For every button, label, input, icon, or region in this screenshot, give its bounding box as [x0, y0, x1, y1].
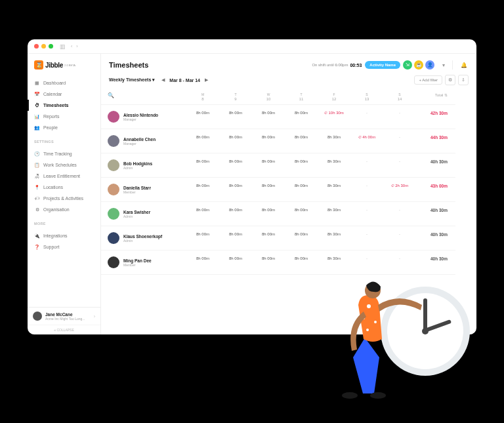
- current-user[interactable]: Jane McCane Acme Inc Might Too Long... ›: [28, 307, 100, 325]
- period-selector[interactable]: Weekly Timesheets ▾: [109, 77, 155, 83]
- maximize-window-button[interactable]: [49, 44, 53, 49]
- column-header[interactable]: S14: [383, 89, 416, 105]
- time-cell[interactable]: 8h 30m: [318, 251, 350, 275]
- time-cell[interactable]: 8h 30m: [318, 226, 350, 251]
- time-cell[interactable]: 8h 00m: [285, 153, 318, 178]
- date-range[interactable]: Mar 8 - Mar 14: [169, 78, 200, 83]
- brand[interactable]: ⌛ Jibble 2.0 BETA: [28, 54, 100, 75]
- time-cell[interactable]: 8h 00m: [285, 202, 318, 226]
- integrations-icon: 🔌: [34, 233, 40, 239]
- download-icon-button[interactable]: ⇩: [458, 75, 469, 85]
- time-cell[interactable]: 8h 00m: [186, 153, 219, 178]
- column-header[interactable]: W10: [252, 89, 285, 105]
- time-cell-overtime[interactable]: 10h 30m: [318, 105, 350, 129]
- time-cell[interactable]: 8h 00m: [219, 202, 252, 226]
- logo-icon: ⌛: [34, 60, 43, 70]
- time-cell[interactable]: 8h 00m: [252, 129, 285, 153]
- back-button[interactable]: ‹: [71, 44, 72, 49]
- time-cell[interactable]: 8h 00m: [219, 178, 252, 202]
- time-cell[interactable]: 8h 30m: [318, 153, 350, 178]
- time-cell[interactable]: 8h 00m: [285, 178, 318, 202]
- add-filter-button[interactable]: + Add filter: [414, 75, 442, 85]
- time-cell[interactable]: 8h 00m: [252, 105, 285, 129]
- time-cell[interactable]: 8h 00m: [252, 251, 285, 275]
- pin-icon: 📍: [34, 184, 40, 190]
- settings-icon-button[interactable]: ⚙: [445, 75, 455, 85]
- time-cell[interactable]: 8h 00m: [285, 226, 318, 251]
- member-role: Admin: [123, 214, 150, 218]
- status-chip-break[interactable]: ☕: [414, 60, 423, 70]
- sidebar-item-leave-entitlement[interactable]: 🏖Leave Entitlement: [28, 171, 100, 182]
- time-cell[interactable]: 8h 00m: [219, 105, 252, 129]
- time-cell[interactable]: 8h 00m: [219, 153, 252, 178]
- time-cell[interactable]: 8h 00m: [186, 202, 219, 226]
- time-cell[interactable]: 8h 00m: [186, 105, 219, 129]
- close-window-button[interactable]: [34, 44, 39, 49]
- member-name: Bob Hodgkins: [123, 161, 152, 166]
- sidebar-item-time-tracking[interactable]: 🕒Time Tracking: [28, 148, 100, 159]
- table-row-user[interactable]: Ming Pan DeeMember: [101, 251, 186, 275]
- time-cell[interactable]: 8h 30m: [318, 129, 350, 153]
- time-cell[interactable]: 8h 00m: [186, 178, 219, 202]
- time-cell[interactable]: 8h 00m: [219, 251, 252, 275]
- time-cell[interactable]: 8h 00m: [186, 226, 219, 251]
- minimize-window-button[interactable]: [41, 44, 46, 49]
- chevron-down-icon[interactable]: ▾: [439, 60, 448, 70]
- column-header[interactable]: F12: [318, 89, 350, 105]
- schedule-icon: 📋: [34, 162, 40, 168]
- table-row-user[interactable]: Annabelle ChenManager: [101, 129, 186, 153]
- time-cell[interactable]: 8h 00m: [219, 226, 252, 251]
- time-cell[interactable]: 8h 00m: [186, 129, 219, 153]
- table-row-user[interactable]: Kara SwisherAdmin: [101, 202, 186, 226]
- time-cell[interactable]: 8h 00m: [186, 251, 219, 275]
- sidebar-item-people[interactable]: 👥People: [28, 122, 100, 133]
- time-cell[interactable]: 8h 30m: [318, 202, 350, 226]
- sidebar-item-reports[interactable]: 📊Reports: [28, 111, 100, 122]
- sidebar-item-work-schedules[interactable]: 📋Work Schedules: [28, 159, 100, 171]
- total-header[interactable]: Total ⇅: [416, 89, 455, 105]
- column-header[interactable]: M8: [186, 89, 219, 105]
- sidebar-item-support[interactable]: ❓Support: [28, 241, 100, 252]
- people-icon: 👥: [34, 125, 40, 131]
- column-header[interactable]: S13: [350, 89, 383, 105]
- sidebar-item-timesheets[interactable]: ⏱Timesheets: [28, 100, 100, 111]
- sidebar-item-organisation[interactable]: ⚙Organisation: [28, 204, 100, 215]
- time-cell[interactable]: 8h 30m: [318, 178, 350, 202]
- time-cell-empty: -: [350, 153, 383, 178]
- time-cell[interactable]: 8h 00m: [285, 251, 318, 275]
- time-cell[interactable]: 8h 00m: [252, 226, 285, 251]
- user-org: Acme Inc Might Too Long...: [45, 317, 91, 321]
- column-header[interactable]: T11: [285, 89, 318, 105]
- calendar-icon: 📅: [34, 91, 40, 97]
- sidebar-item-integrations[interactable]: 🔌Integrations: [28, 230, 100, 241]
- time-cell-overtime[interactable]: 2h 30m: [383, 178, 416, 202]
- table-row-user[interactable]: Daniella StarrMember: [101, 178, 186, 202]
- time-cell[interactable]: 8h 00m: [219, 129, 252, 153]
- sidebar-item-dashboard[interactable]: ▦Dashboard: [28, 77, 100, 89]
- time-cell[interactable]: 8h 00m: [252, 202, 285, 226]
- table-row-user[interactable]: Bob HodgkinsAdmin: [101, 153, 186, 178]
- status-chip-user[interactable]: 👤: [425, 60, 434, 70]
- forward-button[interactable]: ›: [76, 44, 77, 49]
- prev-range-button[interactable]: ◀: [161, 77, 165, 83]
- svg-point-5: [356, 388, 374, 393]
- time-cell[interactable]: 8h 00m: [252, 153, 285, 178]
- next-range-button[interactable]: ▶: [205, 77, 208, 83]
- column-header[interactable]: T9: [219, 89, 252, 105]
- status-chip-in[interactable]: ⇲: [403, 60, 412, 70]
- header: Timesheets On shift until 6:00pm 00:53 A…: [101, 54, 476, 75]
- search-icon[interactable]: 🔍: [101, 89, 186, 105]
- sidebar-item-locations[interactable]: 📍Locations: [28, 182, 100, 193]
- collapse-sidebar-button[interactable]: « COLLAPSE: [28, 325, 100, 334]
- table-row-user[interactable]: Alessio NintendoManager: [101, 105, 186, 129]
- activity-pill[interactable]: Activity Name: [365, 61, 400, 69]
- time-cell[interactable]: 8h 00m: [285, 129, 318, 153]
- time-cell-overtime[interactable]: 4h 00m: [350, 129, 383, 153]
- sidebar-item-calendar[interactable]: 📅Calendar: [28, 89, 100, 100]
- time-cell[interactable]: 8h 00m: [252, 178, 285, 202]
- sidebar-toggle-icon[interactable]: ▥: [60, 43, 66, 50]
- time-cell[interactable]: 8h 00m: [285, 105, 318, 129]
- bell-icon[interactable]: 🔔: [459, 60, 469, 70]
- table-row-user[interactable]: Klaus ShoenerkopfAdmin: [101, 226, 186, 251]
- sidebar-item-projects-activities[interactable]: 🏷Projects & Activities: [28, 193, 100, 204]
